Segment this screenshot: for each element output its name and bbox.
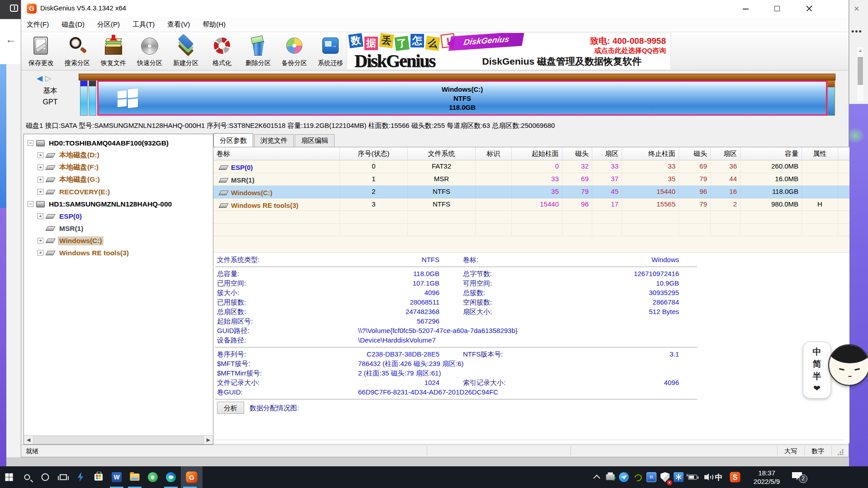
taskbar-cortana[interactable] bbox=[36, 466, 54, 488]
analyze-button[interactable]: 分析 bbox=[217, 402, 244, 414]
ad-banner[interactable]: 数据丢了怎么! DiskGenius DiskGenius 致电: 400-00… bbox=[347, 33, 671, 70]
collapse-icon[interactable]: − bbox=[28, 140, 33, 146]
resize-grip[interactable] bbox=[838, 449, 844, 455]
taskbar-file-explorer[interactable] bbox=[126, 466, 144, 488]
sidebar-item[interactable]: +本地磁盘(D:) bbox=[24, 149, 213, 161]
column-header[interactable]: 磁头 bbox=[679, 147, 711, 160]
scroll-up-icon[interactable]: ▲ bbox=[858, 48, 863, 53]
menu-item[interactable]: 查看(V) bbox=[167, 20, 190, 29]
partition-block-msr[interactable] bbox=[89, 80, 96, 116]
sidebar-item[interactable]: +Windows RE tools(3) bbox=[24, 247, 213, 259]
ime-mascot[interactable] bbox=[828, 344, 868, 386]
scrollbar-thumb[interactable] bbox=[858, 57, 863, 85]
tab-inactive[interactable]: 扇区编辑 bbox=[295, 134, 335, 147]
tray-intel[interactable]: in bbox=[645, 466, 658, 488]
tab-inactive[interactable]: 浏览文件 bbox=[254, 134, 294, 147]
ime-button[interactable]: 中 bbox=[813, 347, 821, 357]
tray-snowflake[interactable] bbox=[672, 466, 685, 488]
taskbar-word[interactable]: W bbox=[108, 466, 126, 488]
taskbar-edge[interactable] bbox=[162, 466, 180, 488]
column-header[interactable]: 容量 bbox=[741, 147, 802, 160]
ime-toolbar[interactable]: 中简半❤ bbox=[803, 342, 831, 399]
ime-button[interactable]: 简 bbox=[813, 360, 821, 369]
back-arrow-icon[interactable]: ← bbox=[5, 34, 16, 45]
tab-active[interactable]: 分区参数 bbox=[213, 133, 253, 147]
background-menu-icon[interactable]: ••• bbox=[851, 27, 863, 37]
close-button[interactable] bbox=[799, 0, 820, 17]
taskbar-diskgenius[interactable]: G bbox=[181, 466, 203, 488]
ime-button[interactable]: ❤ bbox=[813, 384, 821, 393]
toolbar-button-new[interactable]: 新建分区 bbox=[168, 34, 204, 69]
taskbar-store[interactable] bbox=[90, 466, 108, 488]
menu-item[interactable]: 磁盘(D) bbox=[61, 20, 85, 29]
tray-sogou[interactable]: S bbox=[729, 466, 741, 488]
expand-icon[interactable]: + bbox=[38, 152, 43, 158]
tray-printer[interactable]: ✓ bbox=[604, 466, 617, 488]
sidebar-item[interactable]: +ESP(0) bbox=[24, 210, 213, 222]
toolbar-button-format[interactable]: 格式化 bbox=[204, 34, 240, 69]
taskbar-search[interactable] bbox=[18, 466, 36, 488]
title-bar[interactable]: G DiskGenius V5.4.3.1342 x64 bbox=[21, 0, 849, 17]
column-header[interactable]: 起始柱面 bbox=[512, 147, 562, 160]
expand-icon[interactable]: + bbox=[38, 177, 43, 183]
menu-item[interactable]: 文件(F) bbox=[27, 20, 49, 29]
toolbar-button-bak[interactable]: 备份分区 bbox=[276, 34, 312, 69]
menu-item[interactable]: 分区(P) bbox=[97, 20, 120, 29]
taskbar-flash[interactable] bbox=[71, 466, 90, 488]
partition-block-windows-c[interactable]: Windows(C:) NTFS 118.0GB bbox=[97, 80, 827, 116]
tray-defender[interactable]: × bbox=[659, 466, 671, 488]
collapse-icon[interactable]: − bbox=[28, 201, 33, 207]
column-header[interactable]: 文件系统 bbox=[408, 147, 476, 160]
tray-speaker[interactable] bbox=[700, 466, 712, 488]
maximize-button[interactable] bbox=[767, 0, 788, 17]
sidebar-item[interactable]: −HD1:SAMSUNGMZNLN128HAHQ-000 bbox=[24, 198, 213, 210]
expand-icon[interactable]: + bbox=[38, 250, 43, 256]
disk-nav-arrows[interactable]: ◀▷ bbox=[37, 74, 51, 83]
tree-horizontal-scrollbar[interactable]: ◀ ▶ bbox=[24, 435, 213, 444]
expand-icon[interactable]: + bbox=[38, 189, 43, 195]
menu-item[interactable]: 工具(T) bbox=[132, 20, 155, 29]
taskbar-browser-360[interactable]: e bbox=[144, 466, 162, 488]
sidebar-item[interactable]: +Windows(C:) bbox=[24, 235, 213, 247]
toolbar-button-search[interactable]: 搜索分区 bbox=[59, 34, 95, 69]
tray-messenger[interactable] bbox=[618, 466, 630, 488]
partition-block-re-tools[interactable] bbox=[827, 80, 835, 116]
scroll-left-icon[interactable]: ◀ bbox=[24, 436, 33, 444]
toolbar-button-mig[interactable]: →系统迁移 bbox=[312, 34, 349, 69]
toolbar-button-cd[interactable]: 快速分区 bbox=[132, 34, 168, 69]
scrollbar-thumb[interactable] bbox=[33, 436, 204, 444]
sidebar-item[interactable]: +本地磁盘(F:) bbox=[24, 161, 213, 174]
table-row[interactable]: Windows(C:)2NTFS357945154409616118.0GB bbox=[213, 186, 849, 198]
sidebar-item[interactable]: +RECOVERY(E:) bbox=[24, 186, 213, 198]
column-header[interactable]: 标识 bbox=[476, 147, 512, 160]
table-row[interactable]: Windows RE tools(3)3NTFS1544096171556579… bbox=[213, 198, 849, 211]
toolbar-button-recover[interactable]: 恢复文件 bbox=[95, 34, 132, 69]
banner-qq-link[interactable]: 或点击此处选择QQ咨询 bbox=[594, 47, 666, 55]
background-scrollbar[interactable]: ▲ bbox=[857, 47, 863, 101]
tray-battery[interactable]: ⚡ bbox=[686, 466, 699, 488]
expand-icon[interactable]: + bbox=[38, 213, 43, 219]
sidebar-item[interactable]: MSR(1) bbox=[24, 222, 213, 235]
ime-button[interactable]: 半 bbox=[813, 372, 821, 381]
table-row[interactable]: MSR(1)1MSR33693735794416.0MB bbox=[213, 173, 849, 186]
minimize-button[interactable] bbox=[736, 0, 756, 17]
toolbar-button-del[interactable]: 删除分区 bbox=[240, 34, 276, 69]
column-header[interactable]: 属性 bbox=[802, 147, 838, 160]
sidebar-item[interactable]: −HD0:TOSHIBAMQ04ABF100(932GB) bbox=[24, 137, 213, 149]
table-row[interactable]: ESP(0)0FAT3203233336936260.0MB bbox=[213, 160, 849, 173]
column-header[interactable]: 扇区 bbox=[592, 147, 622, 160]
tray-nvidia[interactable] bbox=[631, 466, 644, 488]
column-header[interactable]: 序号(状态) bbox=[340, 147, 408, 160]
background-close-icon[interactable]: × bbox=[854, 4, 859, 14]
column-header[interactable]: 终止柱面 bbox=[622, 147, 679, 160]
tray-ime-zh[interactable]: 中 bbox=[712, 466, 725, 488]
partition-block-esp[interactable] bbox=[80, 80, 88, 116]
toolbar-button-save[interactable]: 保存更改 bbox=[23, 34, 59, 69]
taskbar-start[interactable] bbox=[0, 466, 18, 488]
expand-icon[interactable]: + bbox=[38, 238, 43, 244]
taskbar-task-view[interactable] bbox=[54, 466, 72, 488]
sidebar-item[interactable]: +本地磁盘(G:) bbox=[24, 174, 213, 186]
menu-item[interactable]: 帮助(H) bbox=[203, 20, 226, 29]
column-header[interactable]: 磁头 bbox=[562, 147, 592, 160]
expand-icon[interactable]: + bbox=[38, 164, 43, 170]
